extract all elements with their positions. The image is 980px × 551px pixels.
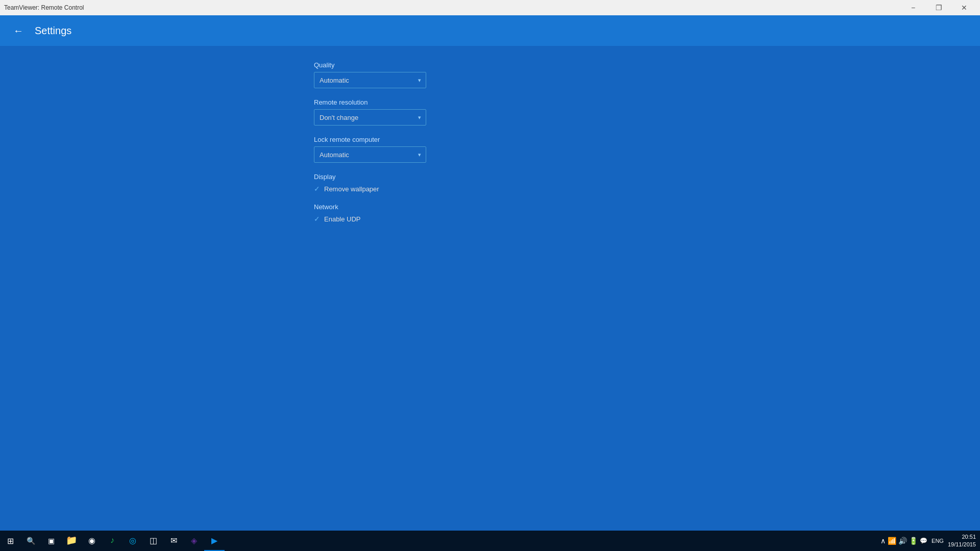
tray-chevron-icon[interactable]: ∧ [880, 537, 886, 545]
remote-resolution-select[interactable]: Don't change Optimize Custom [314, 109, 426, 126]
remote-resolution-select-wrapper: Don't change Optimize Custom ▾ [314, 109, 426, 126]
close-button[interactable]: ✕ [952, 0, 976, 15]
taskbar-right: ∧ 📶 🔊 🔋 💬 ENG 20:51 19/11/2015 [880, 531, 980, 551]
back-button[interactable]: ← [10, 22, 27, 39]
minimize-button[interactable]: − [901, 0, 925, 15]
task-view-button[interactable]: ▣ [41, 531, 61, 551]
lock-remote-group: Lock remote computer Automatic On discon… [314, 136, 538, 163]
enable-udp-check-icon: ✓ [314, 215, 320, 223]
language-label: ENG [932, 538, 944, 544]
clock-date: 19/11/2015 [948, 541, 976, 548]
taskbar-app-skype[interactable]: ◎ [122, 531, 143, 551]
system-tray: ∧ 📶 🔊 🔋 💬 [880, 537, 927, 545]
taskbar-app-vs[interactable]: ◈ [184, 531, 204, 551]
message-icon[interactable]: 💬 [920, 537, 927, 544]
network-icon[interactable]: 📶 [888, 537, 896, 545]
taskbar-app-misc[interactable]: ◫ [143, 531, 163, 551]
network-section-label: Network [314, 203, 538, 211]
taskbar-app-chrome[interactable]: ◉ [82, 531, 102, 551]
taskbar-app-teamviewer[interactable]: ▶ [204, 531, 225, 551]
remote-resolution-label: Remote resolution [314, 98, 538, 106]
quality-select-wrapper: Automatic High Medium Low ▾ [314, 72, 426, 88]
restore-button[interactable]: ❐ [927, 0, 950, 15]
display-section-label: Display [314, 173, 538, 181]
battery-icon[interactable]: 🔋 [909, 537, 918, 545]
remove-wallpaper-check-icon: ✓ [314, 185, 320, 193]
remote-resolution-group: Remote resolution Don't change Optimize … [314, 98, 538, 126]
lock-remote-select-wrapper: Automatic On disconnect Never ▾ [314, 146, 426, 163]
taskbar-app-explorer[interactable]: 📁 [61, 531, 82, 551]
settings-panel: Quality Automatic High Medium Low ▾ Remo… [314, 61, 538, 223]
display-group: Display ✓ Remove wallpaper [314, 173, 538, 193]
page-title: Settings [35, 25, 71, 37]
enable-udp-label: Enable UDP [324, 215, 361, 223]
quality-group: Quality Automatic High Medium Low ▾ [314, 61, 538, 88]
start-button[interactable]: ⊞ [0, 531, 20, 551]
remove-wallpaper-row[interactable]: ✓ Remove wallpaper [314, 185, 538, 193]
quality-label: Quality [314, 61, 538, 69]
main-content: Quality Automatic High Medium Low ▾ Remo… [0, 46, 980, 531]
taskbar: ⊞ 🔍 ▣ 📁 ◉ ♪ ◎ ◫ ✉ ◈ ▶ ∧ 📶 🔊 🔋 💬 ENG 20:5… [0, 531, 980, 551]
lock-remote-select[interactable]: Automatic On disconnect Never [314, 146, 426, 163]
taskbar-left: ⊞ 🔍 ▣ 📁 ◉ ♪ ◎ ◫ ✉ ◈ ▶ [0, 531, 225, 551]
volume-icon[interactable]: 🔊 [898, 537, 907, 545]
search-button[interactable]: 🔍 [20, 531, 41, 551]
window-title: TeamViewer: Remote Control [4, 4, 84, 11]
taskbar-app-spotify[interactable]: ♪ [102, 531, 122, 551]
remove-wallpaper-label: Remove wallpaper [324, 185, 379, 193]
taskbar-app-outlook[interactable]: ✉ [163, 531, 184, 551]
title-bar: TeamViewer: Remote Control − ❐ ✕ [0, 0, 980, 15]
lock-remote-label: Lock remote computer [314, 136, 538, 143]
window-controls: − ❐ ✕ [901, 0, 976, 15]
system-clock[interactable]: 20:51 19/11/2015 [948, 533, 976, 549]
quality-select[interactable]: Automatic High Medium Low [314, 72, 426, 88]
clock-time: 20:51 [948, 533, 976, 541]
header-bar: ← Settings [0, 15, 980, 46]
network-group: Network ✓ Enable UDP [314, 203, 538, 223]
enable-udp-row[interactable]: ✓ Enable UDP [314, 215, 538, 223]
